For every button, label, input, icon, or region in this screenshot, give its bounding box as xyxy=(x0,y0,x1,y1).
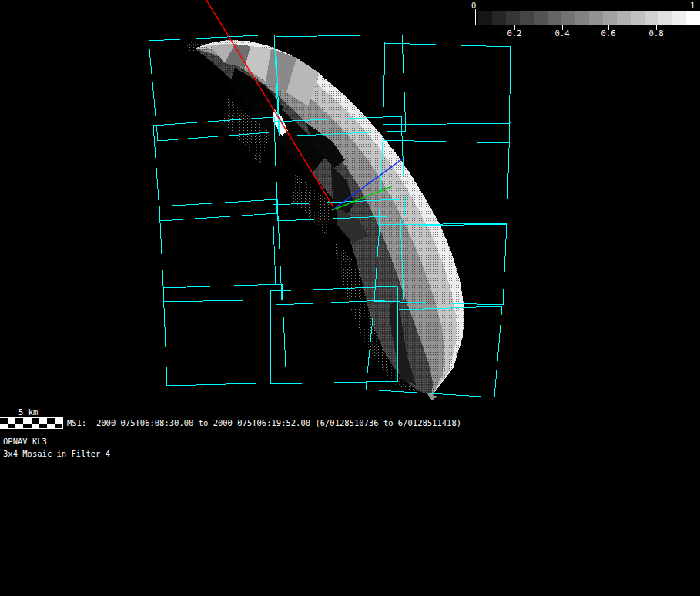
colorbar-step xyxy=(658,11,672,25)
scalebar-cell xyxy=(32,424,39,429)
colorbar-step xyxy=(534,11,548,25)
colorbar-step xyxy=(478,11,492,25)
opnav-label: OPNAV KL3 xyxy=(3,437,47,446)
colorbar-gradient xyxy=(478,11,700,25)
colorbar-step xyxy=(548,11,561,25)
colorbar-step xyxy=(506,11,520,25)
scalebar-cell xyxy=(0,424,8,429)
colorbar-zero-tick xyxy=(475,9,476,25)
scalebar-checker xyxy=(0,417,63,429)
opnav-viewer-window: { "window": {"width": 909, "height": 774… xyxy=(0,0,700,596)
colorbar-tick-label: 0.8 xyxy=(645,28,667,38)
scalebar-cell xyxy=(15,424,23,429)
colorbar-step xyxy=(672,11,686,25)
colorbar-step xyxy=(631,11,645,25)
colorbar-max-label: 1 xyxy=(690,1,695,10)
footprint-r4c1 xyxy=(163,284,286,386)
colorbar-step xyxy=(645,11,658,25)
mosaic-visualization xyxy=(0,0,700,596)
colorbar-tick-label: 0.6 xyxy=(598,28,619,38)
colorbar-step xyxy=(603,11,617,25)
colorbar-tick-label: 0.4 xyxy=(551,28,573,38)
scalebar-cell xyxy=(8,424,15,429)
colorbar-step xyxy=(575,11,589,25)
colorbar-tick-label: 0.2 xyxy=(504,28,525,38)
colorbar-step xyxy=(492,11,506,25)
colorbar-step xyxy=(617,11,631,25)
colorbar-step xyxy=(520,11,534,25)
scalebar-cell xyxy=(47,424,55,429)
colorbar-step xyxy=(561,11,575,25)
scalebar-label: 5 km xyxy=(18,407,38,417)
mosaic-description: 3x4 Mosaic in Filter 4 xyxy=(3,449,110,458)
colorbar-step xyxy=(686,11,700,25)
scalebar-cell xyxy=(23,424,31,429)
scalebar-cell xyxy=(55,424,62,429)
scalebar-cell xyxy=(39,424,47,429)
colorbar-step xyxy=(589,11,603,25)
msi-time-range-text: MSI: 2000-075T06:08:30.00 to 2000-075T06… xyxy=(67,418,461,427)
